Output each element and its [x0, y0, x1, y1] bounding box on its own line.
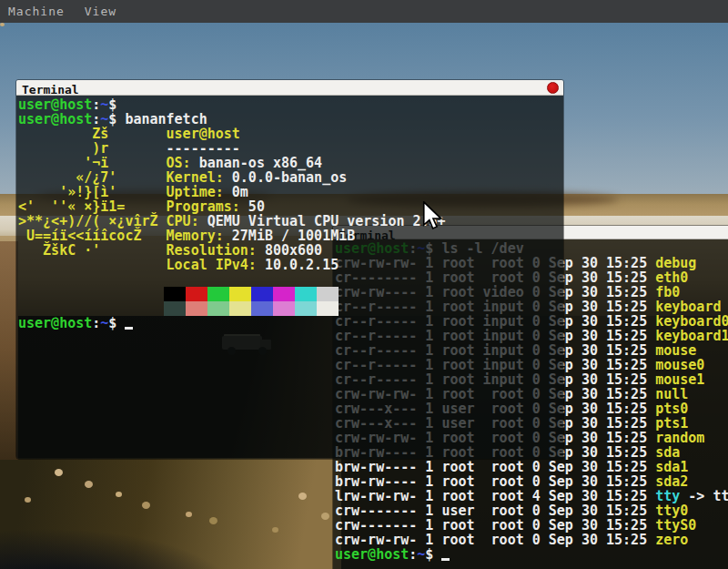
terminal-line: >**¿<+)//( ×¿vîrŽ CPU: QEMU Virtual CPU … [18, 214, 563, 229]
terminal-line: crw------- 1 root root 0 Sep 30 15:25 tt… [335, 518, 728, 533]
terminal-line: Local IPv4: 10.0.2.15 [18, 258, 563, 272]
color-palette-block [251, 301, 273, 316]
terminal1-content[interactable]: user@host:~$user@host:~$ bananfetch Zš u… [16, 96, 563, 459]
color-palette-block [295, 301, 317, 316]
color-palette-block [186, 287, 207, 301]
terminal-line: crw-rw-rw- 1 root root 0 Sep 30 15:25 ze… [335, 533, 728, 547]
color-palette-block [164, 301, 186, 316]
terminal-line: <' ''« ×}ï1= Programs: 50 [18, 199, 563, 214]
terminal-line: user@host:~$ [335, 547, 728, 562]
color-palette-block [186, 301, 207, 316]
terminal-line: user@host:~$ [18, 97, 563, 112]
color-palette-block [317, 301, 339, 316]
color-palette-block [207, 287, 229, 301]
terminal-line [18, 272, 563, 287]
close-button-icon[interactable] [547, 82, 559, 94]
color-palette-block [207, 301, 229, 316]
terminal1-title: Terminal [16, 83, 79, 97]
color-palette-block [164, 287, 186, 301]
menu-machine[interactable]: Machine [8, 5, 65, 18]
terminal-line: lrw-rw-rw- 1 root root 4 Sep 30 15:25 tt… [335, 489, 728, 503]
color-palette-block [251, 287, 273, 301]
terminal-line: ŽškC ·' Resolution: 800x600 [18, 243, 563, 258]
terminal-line: U==íï<<ííîcocŽ Memory: 27MiB / 1001MiB [18, 229, 563, 243]
terminal-line: brw-rw---- 1 root root 0 Sep 30 15:25 sd… [335, 460, 728, 474]
terminal-line: )r --------- [18, 141, 563, 156]
color-palette-block [229, 287, 251, 301]
vm-screen: { "menubar": { "items": ["Machine", "Vie… [0, 0, 728, 569]
color-palette-block [229, 301, 251, 316]
color-palette-block [317, 287, 339, 301]
terminal-line: Zš user@host [18, 127, 563, 141]
wallpaper-dark-corner [0, 528, 237, 569]
terminal-line: user@host:~$ bananfetch [18, 112, 563, 127]
mouse-cursor-icon [420, 201, 444, 230]
color-palette-block [295, 287, 317, 301]
terminal-line: '¬ï OS: banan-os x86_64 [18, 156, 563, 170]
terminal-line: «/¿7' Kernel: 0.0.0-banan_os [18, 170, 563, 185]
terminal-line: '»!}[ì' Uptime: 0m [18, 185, 563, 199]
terminal-line [18, 287, 563, 301]
vm-menubar: Machine View [0, 0, 728, 23]
terminal1-titlebar[interactable]: Terminal [16, 80, 563, 96]
terminal-line: user@host:~$ [18, 316, 563, 330]
color-palette-block [273, 301, 295, 316]
wallpaper-rocks [0, 23, 5, 26]
terminal-line: crw------- 1 user root 0 Sep 30 15:25 tt… [335, 503, 728, 518]
color-palette-block [273, 287, 295, 301]
terminal-line [18, 301, 563, 316]
terminal-window-1[interactable]: Terminal user@host:~$user@host:~$ bananf… [15, 79, 564, 460]
menu-view[interactable]: View [85, 5, 116, 18]
terminal-line: brw-rw---- 1 root root 0 Sep 30 15:25 sd… [335, 474, 728, 489]
